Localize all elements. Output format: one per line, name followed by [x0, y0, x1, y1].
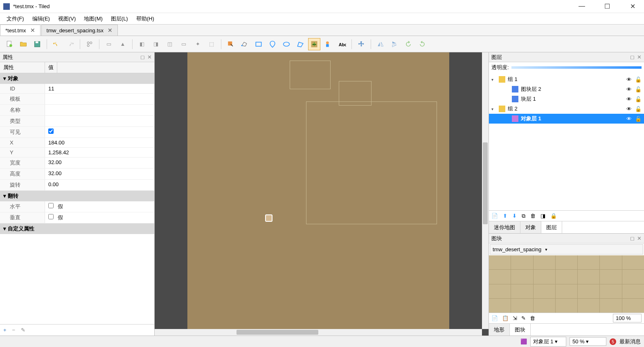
- tab-tiles[interactable]: 图块: [510, 324, 531, 336]
- tab-tileset-tsx[interactable]: tmw_desert_spacing.tsx ✕: [41, 25, 118, 36]
- new-layer-button[interactable]: 📄: [491, 213, 498, 219]
- close-panel-icon[interactable]: ✕: [147, 54, 152, 60]
- edit-tileset-button[interactable]: ✎: [521, 315, 526, 321]
- fliph-checkbox[interactable]: [48, 203, 54, 208]
- rect-select-button[interactable]: ▭: [178, 38, 190, 50]
- prop-id-value[interactable]: 11: [45, 84, 154, 93]
- toggle-other-button[interactable]: ◨: [540, 213, 545, 219]
- tab-objects[interactable]: 对象: [520, 221, 541, 233]
- tab-minimap[interactable]: 迷你地图: [489, 221, 520, 233]
- close-panel-icon[interactable]: ✕: [637, 235, 642, 241]
- undo-button[interactable]: [50, 38, 63, 50]
- eye-icon[interactable]: 👁: [626, 96, 632, 102]
- lock-icon[interactable]: 🔓: [635, 86, 642, 92]
- embed-tileset-button[interactable]: 📋: [502, 315, 509, 321]
- rename-property-button[interactable]: ✎: [21, 327, 25, 333]
- map-canvas[interactable]: [155, 52, 489, 336]
- tileset-selector[interactable]: tmw_desert_spacing ▾: [490, 244, 643, 255]
- menu-edit[interactable]: 编辑(E): [28, 14, 54, 24]
- duplicate-layer-button[interactable]: ⧉: [522, 213, 525, 219]
- delete-tileset-button[interactable]: 🗑: [530, 315, 535, 321]
- redo-button[interactable]: [64, 38, 77, 50]
- current-layer-selector[interactable]: 对象层 1 ▾: [530, 337, 566, 347]
- opacity-slider[interactable]: [511, 66, 642, 69]
- new-tileset-button[interactable]: 📄: [491, 315, 498, 321]
- shape-fill-button[interactable]: ◨: [150, 38, 162, 50]
- flip-v-button[interactable]: [388, 38, 401, 50]
- move-icon[interactable]: [355, 38, 367, 50]
- prop-group-object[interactable]: ▾ 对象: [0, 73, 154, 84]
- prop-group-custom[interactable]: ▾ 自定义属性: [0, 223, 154, 234]
- tab-test-tmx[interactable]: *test.tmx ✕: [0, 25, 41, 36]
- command-button[interactable]: [83, 38, 96, 50]
- prop-type-value[interactable]: [45, 116, 154, 126]
- prop-flipv-value[interactable]: 假: [45, 212, 154, 223]
- insert-polygon-button[interactable]: [294, 38, 306, 50]
- prop-height-value[interactable]: 32.00: [45, 169, 154, 179]
- save-button[interactable]: [31, 38, 43, 50]
- prop-group-flip[interactable]: ▾ 翻转: [0, 191, 154, 201]
- layer-tile-1[interactable]: 块层 1 👁🔓: [489, 94, 644, 104]
- menu-map[interactable]: 地图(M): [80, 14, 107, 24]
- prop-template-value[interactable]: [45, 94, 154, 104]
- close-panel-icon[interactable]: ✕: [637, 54, 642, 60]
- new-button[interactable]: [3, 38, 16, 50]
- select-same-button[interactable]: ⬚: [205, 38, 218, 50]
- eye-icon[interactable]: 👁: [626, 116, 632, 122]
- insert-text-button[interactable]: Abc: [336, 38, 348, 50]
- close-icon[interactable]: ✕: [108, 27, 113, 34]
- eye-icon[interactable]: 👁: [626, 77, 632, 83]
- magic-wand-button[interactable]: ✦: [191, 38, 204, 50]
- terrain-button[interactable]: ▲: [117, 38, 129, 50]
- vertical-scrollbar[interactable]: [482, 52, 489, 329]
- insert-tile-button[interactable]: [308, 38, 320, 50]
- zoom-selector[interactable]: 50 % ▾: [570, 337, 606, 346]
- tileset-zoom[interactable]: 100 %: [613, 314, 642, 322]
- selected-object[interactable]: [265, 214, 272, 222]
- prop-visible-value[interactable]: [45, 127, 154, 137]
- minimize-button[interactable]: —: [574, 2, 590, 10]
- map-view[interactable]: [187, 52, 449, 336]
- insert-ellipse-button[interactable]: [280, 38, 293, 50]
- lock-icon[interactable]: 🔓: [635, 77, 642, 83]
- undock-icon[interactable]: ◻: [630, 54, 635, 60]
- lock-icon[interactable]: 🔓: [635, 96, 642, 102]
- rotate-left-button[interactable]: [402, 38, 414, 50]
- menu-layer[interactable]: 图层(L): [107, 14, 132, 24]
- add-property-button[interactable]: +: [3, 327, 7, 333]
- menu-view[interactable]: 视图(V): [54, 14, 80, 24]
- open-button[interactable]: [17, 38, 29, 50]
- prop-width-value[interactable]: 32.00: [45, 158, 154, 168]
- prop-y-value[interactable]: 1,258.42: [45, 148, 154, 157]
- lock-icon[interactable]: 🔓: [635, 106, 642, 112]
- prop-fliph-value[interactable]: 假: [45, 201, 154, 212]
- chevron-down-icon[interactable]: ▾: [491, 77, 496, 82]
- visible-checkbox[interactable]: [48, 128, 54, 134]
- rotate-right-button[interactable]: [416, 38, 428, 50]
- undock-icon[interactable]: ◻: [630, 235, 635, 241]
- lock-all-button[interactable]: 🔒: [550, 213, 557, 219]
- undock-icon[interactable]: ◻: [140, 54, 145, 60]
- tab-terrain[interactable]: 地形: [489, 324, 510, 336]
- prop-name-value[interactable]: [45, 105, 154, 115]
- menu-help[interactable]: 帮助(H): [132, 14, 158, 24]
- horizontal-scrollbar[interactable]: [155, 329, 482, 336]
- maximize-button[interactable]: ☐: [599, 2, 615, 10]
- edit-polygon-button[interactable]: [239, 38, 251, 50]
- bucket-button[interactable]: ◧: [136, 38, 148, 50]
- insert-point-button[interactable]: [266, 38, 279, 50]
- prop-rotation-value[interactable]: 0.00: [45, 180, 154, 190]
- prop-x-value[interactable]: 184.00: [45, 138, 154, 147]
- layer-tile-2[interactable]: 图块层 2 👁🔓: [489, 84, 644, 94]
- insert-template-button[interactable]: [322, 38, 334, 50]
- menu-file[interactable]: 文件(F): [2, 14, 28, 24]
- insert-rectangle-button[interactable]: [252, 38, 265, 50]
- close-icon[interactable]: ✕: [30, 27, 35, 34]
- layer-object-1[interactable]: 对象层 1 👁🔓: [489, 114, 644, 124]
- news-badge[interactable]: 5: [610, 338, 616, 345]
- tileset-grid[interactable]: [489, 255, 644, 313]
- flipv-checkbox[interactable]: [48, 214, 54, 219]
- delete-layer-button[interactable]: 🗑: [530, 213, 536, 219]
- layer-group-1[interactable]: ▾ 组 1 👁🔓: [489, 74, 644, 84]
- layer-group-2[interactable]: ▾ 组 2 👁🔓: [489, 104, 644, 114]
